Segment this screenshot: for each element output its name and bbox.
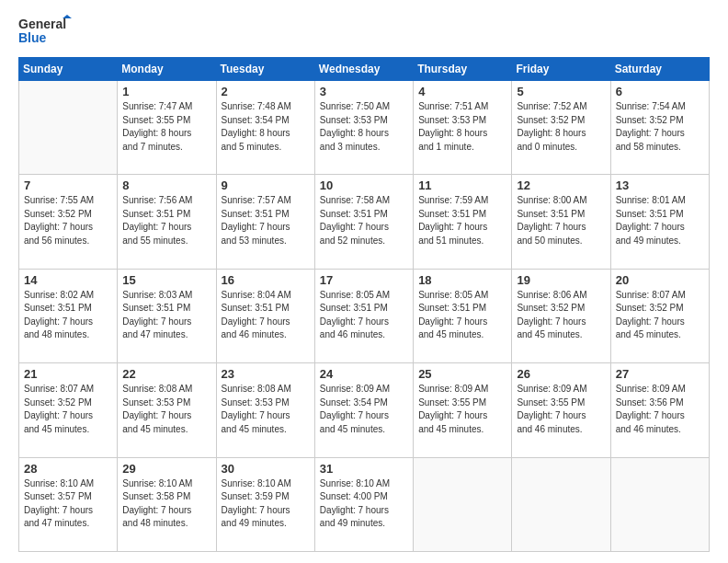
week-row-0: 1Sunrise: 7:47 AM Sunset: 3:55 PM Daylig… bbox=[19, 81, 710, 175]
calendar-cell: 22Sunrise: 8:08 AM Sunset: 3:53 PM Dayli… bbox=[118, 363, 216, 457]
calendar-cell: 12Sunrise: 8:00 AM Sunset: 3:51 PM Dayli… bbox=[512, 175, 610, 269]
calendar-cell: 17Sunrise: 8:05 AM Sunset: 3:51 PM Dayli… bbox=[314, 269, 413, 362]
day-number: 16 bbox=[222, 273, 310, 287]
day-number: 1 bbox=[122, 85, 210, 98]
calendar-cell: 16Sunrise: 8:04 AM Sunset: 3:51 PM Dayli… bbox=[216, 269, 314, 362]
day-info: Sunrise: 7:51 AM Sunset: 3:53 PM Dayligh… bbox=[418, 100, 506, 154]
day-info: Sunrise: 8:03 AM Sunset: 3:51 PM Dayligh… bbox=[122, 289, 210, 342]
day-number: 8 bbox=[122, 178, 210, 192]
day-number: 26 bbox=[517, 367, 605, 381]
calendar-cell: 18Sunrise: 8:05 AM Sunset: 3:51 PM Dayli… bbox=[414, 269, 512, 362]
day-info: Sunrise: 8:01 AM Sunset: 3:51 PM Dayligh… bbox=[616, 194, 704, 247]
day-number: 18 bbox=[418, 273, 506, 287]
day-info: Sunrise: 7:57 AM Sunset: 3:51 PM Dayligh… bbox=[222, 194, 310, 247]
calendar-cell: 1Sunrise: 7:47 AM Sunset: 3:55 PM Daylig… bbox=[118, 81, 216, 175]
day-info: Sunrise: 8:10 AM Sunset: 3:59 PM Dayligh… bbox=[222, 477, 310, 531]
week-row-3: 21Sunrise: 8:07 AM Sunset: 3:52 PM Dayli… bbox=[19, 363, 710, 457]
day-number: 4 bbox=[418, 85, 506, 98]
calendar-cell: 9Sunrise: 7:57 AM Sunset: 3:51 PM Daylig… bbox=[216, 175, 314, 269]
day-number: 11 bbox=[418, 178, 506, 192]
calendar-cell: 2Sunrise: 7:48 AM Sunset: 3:54 PM Daylig… bbox=[216, 81, 314, 175]
day-info: Sunrise: 7:58 AM Sunset: 3:51 PM Dayligh… bbox=[320, 194, 408, 247]
header: GeneralBlue bbox=[18, 15, 710, 48]
day-info: Sunrise: 8:05 AM Sunset: 3:51 PM Dayligh… bbox=[418, 289, 506, 342]
day-number: 21 bbox=[24, 367, 112, 381]
calendar-cell: 6Sunrise: 7:54 AM Sunset: 3:52 PM Daylig… bbox=[610, 81, 709, 175]
day-number: 22 bbox=[122, 367, 210, 381]
day-info: Sunrise: 8:09 AM Sunset: 3:54 PM Dayligh… bbox=[320, 383, 408, 436]
day-info: Sunrise: 8:09 AM Sunset: 3:55 PM Dayligh… bbox=[517, 383, 605, 436]
weekday-header-saturday: Saturday bbox=[610, 58, 709, 81]
calendar-cell: 11Sunrise: 7:59 AM Sunset: 3:51 PM Dayli… bbox=[414, 175, 512, 269]
calendar-cell: 26Sunrise: 8:09 AM Sunset: 3:55 PM Dayli… bbox=[512, 363, 610, 457]
day-info: Sunrise: 7:48 AM Sunset: 3:54 PM Dayligh… bbox=[222, 100, 310, 154]
day-number: 31 bbox=[320, 462, 408, 476]
calendar-cell: 7Sunrise: 7:55 AM Sunset: 3:52 PM Daylig… bbox=[19, 175, 118, 269]
day-info: Sunrise: 7:50 AM Sunset: 3:53 PM Dayligh… bbox=[320, 100, 408, 154]
calendar-cell: 4Sunrise: 7:51 AM Sunset: 3:53 PM Daylig… bbox=[414, 81, 512, 175]
week-row-1: 7Sunrise: 7:55 AM Sunset: 3:52 PM Daylig… bbox=[19, 175, 710, 269]
day-info: Sunrise: 8:10 AM Sunset: 4:00 PM Dayligh… bbox=[320, 477, 408, 531]
svg-text:General: General bbox=[18, 17, 66, 31]
day-info: Sunrise: 7:54 AM Sunset: 3:52 PM Dayligh… bbox=[616, 100, 704, 154]
day-number: 5 bbox=[517, 85, 605, 98]
calendar-cell bbox=[512, 457, 610, 551]
calendar-cell: 25Sunrise: 8:09 AM Sunset: 3:55 PM Dayli… bbox=[414, 363, 512, 457]
day-info: Sunrise: 8:09 AM Sunset: 3:56 PM Dayligh… bbox=[616, 383, 704, 436]
day-number: 25 bbox=[418, 367, 506, 381]
weekday-header-sunday: Sunday bbox=[19, 58, 118, 81]
day-info: Sunrise: 7:52 AM Sunset: 3:52 PM Dayligh… bbox=[517, 100, 605, 154]
day-number: 17 bbox=[320, 273, 408, 287]
day-info: Sunrise: 8:08 AM Sunset: 3:53 PM Dayligh… bbox=[122, 383, 210, 436]
weekday-header-friday: Friday bbox=[512, 58, 610, 81]
day-number: 28 bbox=[24, 462, 112, 476]
calendar-cell: 3Sunrise: 7:50 AM Sunset: 3:53 PM Daylig… bbox=[314, 81, 413, 175]
day-number: 30 bbox=[222, 462, 310, 476]
calendar-cell bbox=[414, 457, 512, 551]
day-info: Sunrise: 8:04 AM Sunset: 3:51 PM Dayligh… bbox=[222, 289, 310, 342]
weekday-header-wednesday: Wednesday bbox=[314, 58, 413, 81]
calendar-cell: 8Sunrise: 7:56 AM Sunset: 3:51 PM Daylig… bbox=[118, 175, 216, 269]
calendar-table: SundayMondayTuesdayWednesdayThursdayFrid… bbox=[18, 57, 710, 552]
day-number: 10 bbox=[320, 178, 408, 192]
day-number: 24 bbox=[320, 367, 408, 381]
day-info: Sunrise: 7:56 AM Sunset: 3:51 PM Dayligh… bbox=[122, 194, 210, 247]
day-number: 6 bbox=[616, 85, 704, 98]
calendar-cell: 20Sunrise: 8:07 AM Sunset: 3:52 PM Dayli… bbox=[610, 269, 709, 362]
day-number: 15 bbox=[122, 273, 210, 287]
day-info: Sunrise: 8:00 AM Sunset: 3:51 PM Dayligh… bbox=[517, 194, 605, 247]
calendar-cell: 15Sunrise: 8:03 AM Sunset: 3:51 PM Dayli… bbox=[118, 269, 216, 362]
day-number: 19 bbox=[517, 273, 605, 287]
calendar-cell: 21Sunrise: 8:07 AM Sunset: 3:52 PM Dayli… bbox=[19, 363, 118, 457]
calendar-cell: 28Sunrise: 8:10 AM Sunset: 3:57 PM Dayli… bbox=[19, 457, 118, 551]
calendar-cell: 31Sunrise: 8:10 AM Sunset: 4:00 PM Dayli… bbox=[314, 457, 413, 551]
day-number: 20 bbox=[616, 273, 704, 287]
page: GeneralBlue SundayMondayTuesdayWednesday… bbox=[0, 0, 728, 563]
day-info: Sunrise: 8:09 AM Sunset: 3:55 PM Dayligh… bbox=[418, 383, 506, 436]
day-info: Sunrise: 8:10 AM Sunset: 3:58 PM Dayligh… bbox=[122, 477, 210, 531]
weekday-header-monday: Monday bbox=[118, 58, 216, 81]
calendar-cell: 10Sunrise: 7:58 AM Sunset: 3:51 PM Dayli… bbox=[314, 175, 413, 269]
logo-icon: GeneralBlue bbox=[18, 15, 74, 48]
day-number: 9 bbox=[222, 178, 310, 192]
calendar-cell: 14Sunrise: 8:02 AM Sunset: 3:51 PM Dayli… bbox=[19, 269, 118, 362]
calendar-cell: 5Sunrise: 7:52 AM Sunset: 3:52 PM Daylig… bbox=[512, 81, 610, 175]
day-number: 7 bbox=[24, 178, 112, 192]
day-number: 2 bbox=[222, 85, 310, 98]
day-number: 23 bbox=[222, 367, 310, 381]
weekday-header-row: SundayMondayTuesdayWednesdayThursdayFrid… bbox=[19, 58, 710, 81]
week-row-4: 28Sunrise: 8:10 AM Sunset: 3:57 PM Dayli… bbox=[19, 457, 710, 551]
calendar-cell: 30Sunrise: 8:10 AM Sunset: 3:59 PM Dayli… bbox=[216, 457, 314, 551]
day-info: Sunrise: 8:08 AM Sunset: 3:53 PM Dayligh… bbox=[222, 383, 310, 436]
calendar-cell bbox=[610, 457, 709, 551]
day-info: Sunrise: 7:47 AM Sunset: 3:55 PM Dayligh… bbox=[122, 100, 210, 154]
day-info: Sunrise: 8:10 AM Sunset: 3:57 PM Dayligh… bbox=[24, 477, 112, 531]
day-info: Sunrise: 8:07 AM Sunset: 3:52 PM Dayligh… bbox=[24, 383, 112, 436]
day-info: Sunrise: 7:59 AM Sunset: 3:51 PM Dayligh… bbox=[418, 194, 506, 247]
calendar-cell: 13Sunrise: 8:01 AM Sunset: 3:51 PM Dayli… bbox=[610, 175, 709, 269]
weekday-header-thursday: Thursday bbox=[414, 58, 512, 81]
day-info: Sunrise: 8:06 AM Sunset: 3:52 PM Dayligh… bbox=[517, 289, 605, 342]
day-number: 14 bbox=[24, 273, 112, 287]
weekday-header-tuesday: Tuesday bbox=[216, 58, 314, 81]
day-number: 13 bbox=[616, 178, 704, 192]
